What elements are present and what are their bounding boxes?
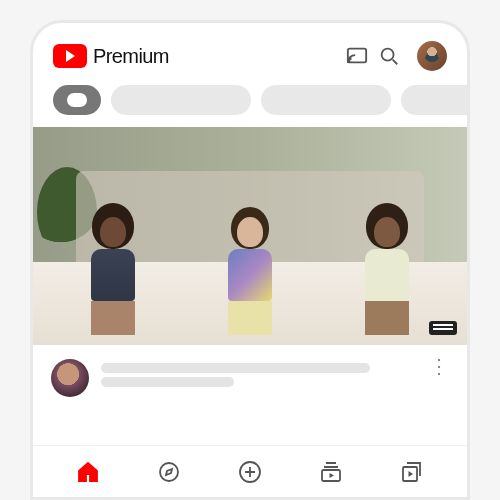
svg-line-3 [393,60,398,65]
chip-placeholder[interactable] [401,85,467,115]
captions-icon[interactable] [429,321,457,335]
phone-frame: Premium [30,20,470,500]
title-placeholder [101,363,370,373]
svg-point-1 [348,61,350,63]
nav-home[interactable] [74,458,102,486]
cast-icon[interactable] [345,44,369,68]
chip-placeholder[interactable] [111,85,251,115]
brand-text: Premium [93,45,169,68]
chip-explore-active[interactable] [53,85,101,115]
youtube-play-icon [53,44,87,68]
filter-chip-row[interactable] [33,81,467,127]
chip-placeholder[interactable] [261,85,391,115]
bottom-nav [33,445,467,497]
nav-create[interactable] [236,458,264,486]
channel-avatar[interactable] [51,359,89,397]
video-title-block[interactable] [101,359,417,391]
app-header: Premium [33,23,467,81]
video-meta-row: ⋮ [33,345,467,407]
nav-explore[interactable] [155,458,183,486]
subtitle-placeholder [101,377,234,387]
svg-point-2 [382,49,394,61]
more-options-icon[interactable]: ⋮ [429,359,449,373]
account-avatar[interactable] [417,41,447,71]
video-thumbnail[interactable] [33,127,467,345]
nav-library[interactable] [398,458,426,486]
youtube-logo[interactable]: Premium [53,44,169,68]
svg-point-4 [160,463,178,481]
nav-subscriptions[interactable] [317,458,345,486]
search-icon[interactable] [377,44,401,68]
